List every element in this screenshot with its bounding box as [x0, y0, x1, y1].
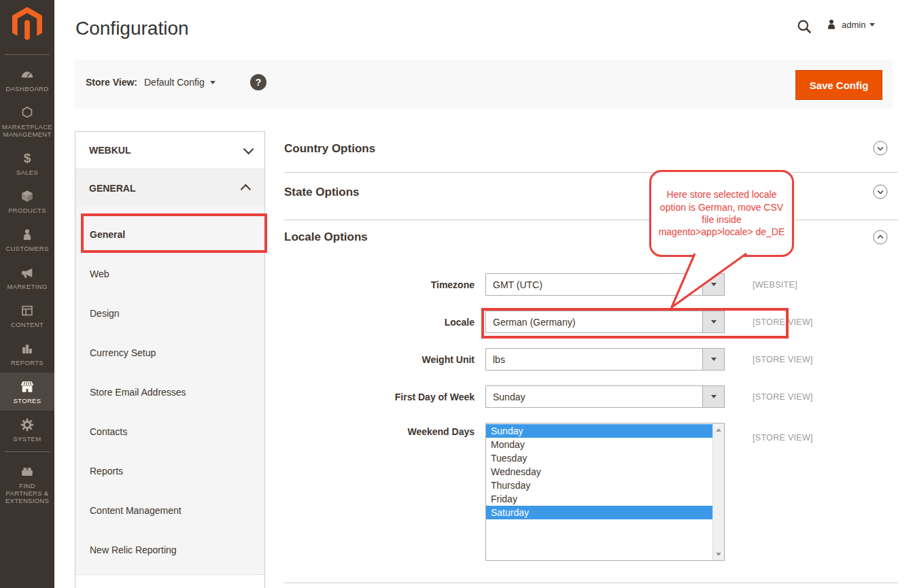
select-caret-button[interactable]: [702, 386, 724, 407]
collapse-toggle-country-options[interactable]: [873, 141, 888, 156]
sidebar-item-reports[interactable]: REPORTS: [0, 334, 54, 373]
sidebar-item-dashboard[interactable]: DASHBOARD: [0, 60, 54, 99]
option-thursday[interactable]: Thursday: [486, 479, 712, 492]
field-row-first-day-of-week: First Day of Week Sunday [STORE VIEW]: [284, 385, 898, 408]
search-icon: [795, 18, 813, 35]
section-divider: [284, 583, 898, 583]
section-title-state-options: State Options: [284, 186, 360, 199]
config-nav-item-content-management[interactable]: Content Management: [75, 491, 264, 530]
sidebar-item-products[interactable]: PRODUCTS: [0, 182, 54, 220]
scope-label: [STORE VIEW]: [753, 311, 813, 333]
config-nav-item-general[interactable]: General: [75, 215, 264, 254]
magento-logo[interactable]: [0, 0, 54, 52]
store-view-label: Store View:: [86, 77, 137, 88]
system-icon: [20, 417, 35, 432]
sidebar-divider: [5, 451, 50, 452]
customers-icon: [20, 227, 34, 242]
save-config-button[interactable]: Save Config: [795, 70, 882, 100]
admin-user-label: admin: [842, 20, 865, 30]
option-saturday[interactable]: Saturday: [486, 506, 712, 519]
sidebar-item-sales[interactable]: $ SALES: [0, 144, 54, 182]
locale-select[interactable]: German (Germany): [485, 311, 725, 333]
scope-label: [STORE VIEW]: [753, 385, 813, 408]
config-nav-section-general[interactable]: GENERAL: [75, 169, 264, 207]
main-area: Configuration admin Store View: Default …: [54, 0, 913, 588]
select-value: German (Germany): [486, 317, 702, 328]
stores-icon: [19, 379, 35, 394]
config-nav-panel: WEBKUL GENERAL General Web Design Curren…: [75, 131, 265, 588]
sidebar-item-system[interactable]: SYSTEM: [0, 411, 54, 449]
collapse-toggle-locale-options[interactable]: [873, 230, 888, 245]
store-view-switcher[interactable]: Default Config: [144, 77, 216, 88]
section-divider: [284, 220, 898, 220]
admin-user-menu[interactable]: admin: [825, 18, 875, 31]
option-wednesday[interactable]: Wednesday: [486, 465, 712, 479]
products-icon: [20, 189, 35, 204]
weekend-days-options: Sunday Monday Tuesday Wednesday Thursday…: [486, 424, 712, 519]
weight-unit-select[interactable]: lbs: [485, 348, 725, 370]
field-row-locale: Locale German (Germany) [STORE VIEW]: [284, 311, 898, 333]
weekend-days-multiselect[interactable]: Sunday Monday Tuesday Wednesday Thursday…: [485, 423, 725, 561]
field-label: Locale: [284, 311, 475, 333]
select-value: GMT (UTC): [486, 279, 702, 290]
option-friday[interactable]: Friday: [486, 492, 712, 506]
multiselect-scrollbar[interactable]: [712, 423, 724, 560]
sidebar-item-content[interactable]: CONTENT: [0, 296, 54, 334]
config-nav-item-design[interactable]: Design: [75, 294, 264, 333]
option-sunday[interactable]: Sunday: [486, 424, 712, 438]
scope-label: [STORE VIEW]: [753, 348, 813, 370]
store-view-toolbar: Store View: Default Config ? Save Config: [75, 60, 893, 109]
scroll-up-icon[interactable]: [713, 424, 724, 435]
magento-logo-icon: [12, 7, 42, 42]
scope-label: [STORE VIEW]: [753, 426, 813, 449]
extensions-icon: [20, 464, 35, 479]
config-nav-item-store-email-addresses[interactable]: Store Email Addresses: [75, 373, 264, 412]
first-day-of-week-select[interactable]: Sunday: [485, 385, 725, 408]
annotation-callout: Here store selected locale option is Ger…: [649, 170, 794, 257]
field-label: First Day of Week: [284, 385, 475, 408]
page-title: Configuration: [75, 18, 189, 39]
config-nav-section-webkul[interactable]: WEBKUL: [75, 132, 264, 169]
config-nav-item-contacts[interactable]: Contacts: [75, 412, 264, 451]
collapse-toggle-state-options[interactable]: [873, 184, 888, 199]
sidebar-item-stores[interactable]: STORES: [0, 373, 54, 411]
chevron-up-icon: [241, 184, 252, 195]
select-value: Sunday: [486, 392, 702, 402]
section-divider: [284, 172, 898, 173]
field-label: Weight Unit: [284, 348, 475, 370]
option-monday[interactable]: Monday: [486, 438, 712, 451]
config-nav-item-web[interactable]: Web: [75, 254, 264, 294]
search-button[interactable]: [795, 18, 813, 35]
section-title-country-options: Country Options: [284, 142, 375, 156]
sidebar-item-find-partners[interactable]: FIND PARTNERS & EXTENSIONS: [0, 457, 54, 511]
store-view-value: Default Config: [144, 77, 205, 88]
sidebar-item-marketing[interactable]: MARKETING: [0, 258, 54, 296]
scope-label: [WEBSITE]: [753, 273, 797, 296]
marketing-icon: [20, 265, 35, 280]
field-row-weight-unit: Weight Unit lbs [STORE VIEW]: [284, 348, 898, 370]
config-nav-item-reports[interactable]: Reports: [75, 451, 264, 491]
scroll-down-icon[interactable]: [713, 549, 724, 559]
select-caret-button[interactable]: [702, 349, 724, 370]
option-tuesday[interactable]: Tuesday: [486, 451, 712, 465]
chevron-down-icon: [210, 81, 216, 84]
chevron-down-icon: [869, 23, 875, 27]
section-label: GENERAL: [89, 183, 135, 194]
config-nav-item-currency-setup[interactable]: Currency Setup: [75, 333, 264, 373]
field-label: Timezone: [284, 273, 475, 296]
config-nav-next-section: [75, 575, 264, 588]
help-icon[interactable]: ?: [250, 74, 266, 90]
annotation-callout-text: Here store selected locale option is Ger…: [659, 188, 785, 239]
sidebar-item-customers[interactable]: CUSTOMERS: [0, 220, 54, 258]
sidebar-item-marketplace-management[interactable]: MARKETPLACE MANAGEMENT: [0, 99, 54, 144]
timezone-select[interactable]: GMT (UTC): [485, 273, 725, 296]
app-sidebar: DASHBOARD MARKETPLACE MANAGEMENT $ SALES…: [0, 0, 54, 588]
config-nav-item-new-relic-reporting[interactable]: New Relic Reporting: [75, 530, 264, 570]
user-icon: [825, 18, 838, 31]
content-icon: [20, 303, 35, 318]
chevron-down-icon: [243, 143, 254, 154]
section-label: WEBKUL: [89, 145, 131, 156]
select-caret-button[interactable]: [702, 311, 724, 332]
marketplace-icon: [20, 105, 35, 120]
select-caret-button[interactable]: [702, 274, 724, 295]
